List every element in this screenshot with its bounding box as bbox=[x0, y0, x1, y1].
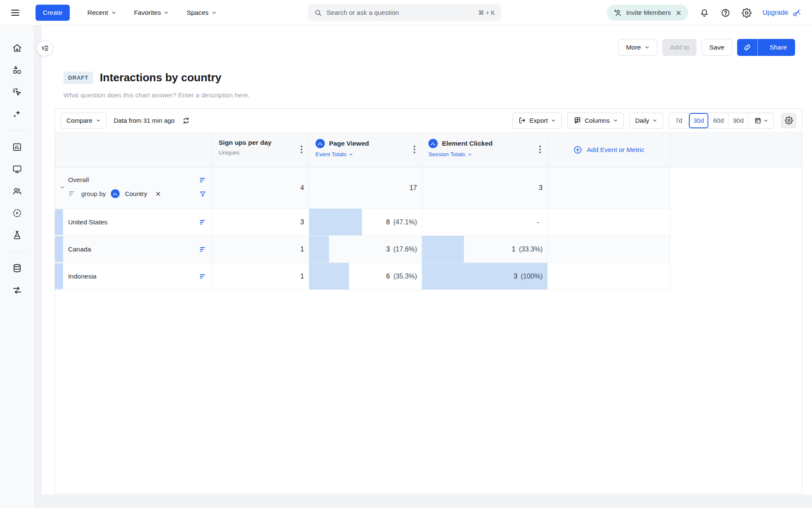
save-button[interactable]: Save bbox=[702, 39, 732, 56]
nav-spaces[interactable]: Spaces bbox=[187, 9, 217, 17]
calendar-icon bbox=[754, 117, 762, 124]
cell-filler bbox=[670, 209, 802, 236]
breakdown-bars-icon[interactable] bbox=[199, 177, 206, 184]
close-icon[interactable] bbox=[675, 10, 682, 16]
kebab-menu-icon[interactable] bbox=[539, 146, 541, 153]
chevron-down-icon bbox=[111, 10, 116, 15]
sidebar-dashboards-icon[interactable] bbox=[8, 160, 26, 178]
remove-group-by-icon[interactable] bbox=[155, 191, 161, 197]
measure-selector[interactable]: Event Totals bbox=[315, 151, 417, 157]
page-title[interactable]: Interactions by country bbox=[100, 71, 222, 84]
granularity-button[interactable]: Daily bbox=[629, 113, 663, 129]
cell-filler bbox=[670, 236, 802, 263]
sidebar-connections-icon[interactable] bbox=[8, 281, 26, 299]
share-label: Share bbox=[762, 44, 795, 51]
cell-signups: 1 bbox=[212, 263, 309, 290]
cell-element-clicked: - bbox=[422, 209, 548, 236]
cell-empty bbox=[548, 209, 670, 236]
custom-date-range-button[interactable] bbox=[749, 113, 774, 128]
column-title: Element Clicked bbox=[442, 140, 493, 147]
export-button[interactable]: Export bbox=[512, 113, 562, 129]
kebab-menu-icon[interactable] bbox=[301, 146, 302, 153]
expand-panel-button[interactable] bbox=[37, 40, 53, 56]
cell-overall-page-viewed: 17 bbox=[309, 168, 422, 209]
collapse-chevron-icon[interactable] bbox=[60, 185, 65, 190]
series-color-swatch bbox=[55, 209, 63, 235]
chevron-down-icon bbox=[164, 10, 169, 15]
refresh-icon[interactable] bbox=[182, 117, 190, 124]
amplitude-event-icon bbox=[315, 139, 325, 148]
chart-settings-gear-icon[interactable] bbox=[781, 113, 796, 128]
filter-funnel-icon[interactable] bbox=[199, 190, 206, 198]
table-header-row: Sign ups per day Uniques Page Viewed Eve… bbox=[55, 133, 802, 168]
breakdown-bars-icon[interactable] bbox=[199, 273, 206, 280]
cell-page-viewed: 3(17.6%) bbox=[309, 236, 422, 263]
copy-link-icon[interactable] bbox=[737, 39, 758, 56]
sidebar-cursor-click-icon[interactable] bbox=[8, 83, 26, 101]
columns-button[interactable]: Columns bbox=[567, 113, 623, 129]
description-placeholder[interactable]: What question does this chart answer? En… bbox=[63, 91, 250, 99]
column-title: Sign ups per day bbox=[219, 139, 272, 146]
sidebar-home-icon[interactable] bbox=[8, 39, 26, 57]
draft-status-badge: DRAFT bbox=[63, 72, 93, 84]
range-30d-selected[interactable]: 30d bbox=[689, 113, 709, 128]
sidebar-data-icon[interactable] bbox=[8, 259, 26, 277]
range-7d[interactable]: 7d bbox=[669, 113, 689, 128]
chevron-down-icon bbox=[96, 118, 101, 123]
series-color-swatch bbox=[55, 263, 63, 289]
compare-button[interactable]: Compare bbox=[60, 113, 107, 129]
search-input[interactable] bbox=[326, 9, 474, 17]
nav-recent[interactable]: Recent bbox=[88, 9, 116, 17]
cell-filler bbox=[670, 168, 802, 209]
sidebar-users-icon[interactable] bbox=[8, 182, 26, 200]
breakdown-bars-icon[interactable] bbox=[199, 246, 206, 253]
chevron-down-icon bbox=[613, 118, 618, 123]
column-header-page-viewed[interactable]: Page Viewed Event Totals bbox=[309, 133, 422, 167]
country-label-cell[interactable]: Canada bbox=[55, 236, 212, 263]
more-button[interactable]: More bbox=[618, 39, 657, 56]
nav-favorites[interactable]: Favorites bbox=[134, 9, 169, 17]
global-search[interactable]: ⌘ + K bbox=[308, 4, 501, 21]
overall-label-cell: Overall group by Country bbox=[55, 168, 212, 209]
upgrade-link[interactable]: Upgrade bbox=[763, 8, 801, 17]
country-name: Canada bbox=[68, 246, 91, 253]
column-header-signups[interactable]: Sign ups per day Uniques bbox=[212, 133, 309, 167]
range-60d[interactable]: 60d bbox=[709, 113, 729, 128]
amplitude-event-icon bbox=[428, 139, 438, 148]
sidebar-session-replay-icon[interactable] bbox=[8, 204, 26, 222]
cell-value-bar bbox=[309, 263, 349, 290]
create-button[interactable]: Create bbox=[36, 5, 70, 21]
sidebar-experiments-icon[interactable] bbox=[8, 226, 26, 244]
sidebar-ai-sparkles-icon[interactable] bbox=[8, 105, 26, 123]
sidebar-objects-icon[interactable] bbox=[8, 61, 26, 79]
add-to-button[interactable]: Add to bbox=[662, 39, 697, 56]
column-header-element-clicked[interactable]: Element Clicked Session Totals bbox=[422, 133, 548, 167]
hamburger-menu-icon[interactable] bbox=[10, 8, 20, 18]
upgrade-key-icon bbox=[792, 8, 801, 17]
chart-controls-row: Compare Data from 31 min ago Export Colu… bbox=[55, 109, 802, 133]
invite-members-pill[interactable]: Invite Members bbox=[607, 5, 688, 21]
group-by-value[interactable]: Country bbox=[125, 190, 147, 197]
kebab-menu-icon[interactable] bbox=[414, 146, 415, 153]
measure-label: Session Totals bbox=[428, 151, 465, 157]
sidebar-charts-icon[interactable] bbox=[8, 138, 26, 156]
column-title: Page Viewed bbox=[329, 140, 369, 147]
notifications-bell-icon[interactable] bbox=[700, 8, 709, 18]
help-icon[interactable] bbox=[721, 8, 730, 18]
topbar-right-cluster: Invite Members Upgrade bbox=[607, 0, 801, 25]
row-action-icons bbox=[199, 177, 206, 198]
settings-gear-icon[interactable] bbox=[742, 8, 752, 18]
share-button[interactable]: Share bbox=[737, 39, 795, 56]
range-90d[interactable]: 90d bbox=[729, 113, 749, 128]
country-label-cell[interactable]: Indonesia bbox=[55, 263, 212, 290]
sidebar-divider bbox=[9, 251, 26, 252]
measure-selector[interactable]: Session Totals bbox=[428, 151, 542, 157]
cell-overall-signups: 4 bbox=[212, 168, 309, 209]
measure-label: Event Totals bbox=[315, 151, 346, 157]
add-event-or-metric-button[interactable]: Add Event or Metric bbox=[548, 133, 670, 167]
chevron-down-icon bbox=[645, 45, 650, 50]
cell-signups: 3 bbox=[212, 209, 309, 236]
breakdown-bars-icon[interactable] bbox=[199, 218, 206, 226]
export-label: Export bbox=[529, 117, 548, 124]
country-label-cell[interactable]: United States bbox=[55, 209, 212, 236]
